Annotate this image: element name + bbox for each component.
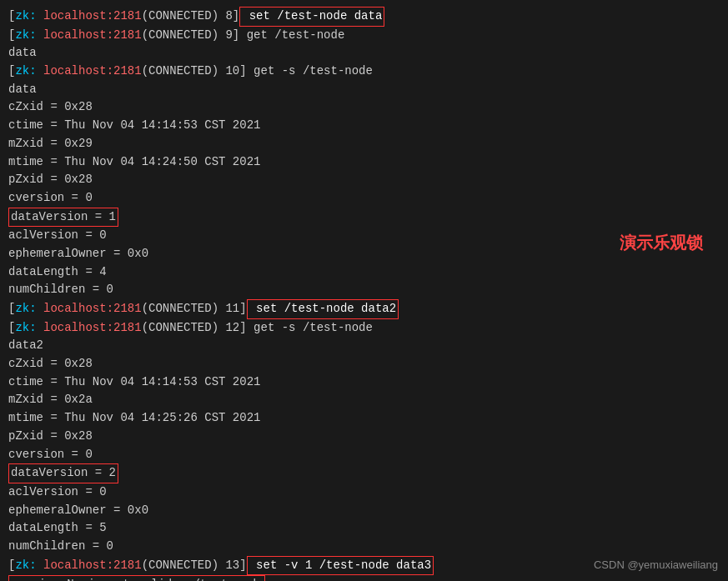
terminal-line: numChildren = 0 — [8, 281, 720, 299]
terminal-line: version No is not valid : /test-node — [8, 575, 720, 581]
terminal-line: cversion = 0 — [8, 189, 720, 208]
terminal-line: cZxid = 0x28 — [8, 98, 720, 117]
terminal-line: ctime = Thu Nov 04 14:14:53 CST 2021 — [8, 373, 720, 392]
prompt-zk: zk: — [15, 8, 43, 26]
terminal-line: aclVersion = 0 — [8, 227, 720, 245]
terminal-line: cversion = 0 — [8, 446, 720, 464]
terminal-line: numChildren = 0 — [8, 538, 720, 556]
command-text: get -s /test-node — [247, 319, 373, 338]
command-text: get -s /test-node — [247, 63, 373, 81]
terminal-line: [zk: localhost:2181(CONNECTED) 8] set /t… — [8, 7, 720, 27]
terminal-line: [zk: localhost:2181(CONNECTED) 10] get -… — [8, 63, 720, 81]
terminal-line: dataLength = 5 — [8, 519, 720, 538]
watermark: CSDN @yemuxiaweiliang — [594, 558, 718, 571]
terminal-line: dataLength = 4 — [8, 263, 720, 282]
terminal-line: aclVersion = 0 — [8, 483, 720, 502]
terminal-line: ephemeralOwner = 0x0 — [8, 502, 720, 520]
terminal-line: pZxid = 0x28 — [8, 171, 720, 189]
data-version-highlight: dataVersion = 2 — [8, 463, 118, 483]
error-highlight: version No is not valid : /test-node — [8, 575, 265, 581]
terminal-line: [zk: localhost:2181(CONNECTED) 12] get -… — [8, 319, 720, 338]
terminal-line: [zk: localhost:2181(CONNECTED) 11] set /… — [8, 299, 720, 319]
terminal-line: dataVersion = 1 — [8, 208, 720, 228]
terminal-line: ephemeralOwner = 0x0 — [8, 245, 720, 263]
terminal-line: mtime = Thu Nov 04 14:25:26 CST 2021 — [8, 409, 720, 428]
terminal-line: ctime = Thu Nov 04 14:14:53 CST 2021 — [8, 117, 720, 135]
terminal-line: dataVersion = 2 — [8, 463, 720, 483]
command-text: get /test-node — [239, 27, 344, 45]
prompt-bracket: [ — [8, 8, 15, 26]
command-highlight: set /test-node data2 — [247, 299, 399, 319]
terminal-line: mZxid = 0x29 — [8, 135, 720, 153]
data-version-highlight: dataVersion = 1 — [8, 208, 118, 228]
annotation-text: 演示乐观锁 — [620, 232, 703, 254]
terminal-line: [zk: localhost:2181(CONNECTED) 9] get /t… — [8, 27, 720, 45]
terminal-line: pZxid = 0x28 — [8, 428, 720, 446]
terminal-line: mtime = Thu Nov 04 14:24:50 CST 2021 — [8, 153, 720, 172]
terminal-line: mZxid = 0x2a — [8, 391, 720, 409]
terminal-line: cZxid = 0x28 — [8, 355, 720, 373]
command-highlight: set /test-node data — [239, 7, 384, 27]
terminal: [zk: localhost:2181(CONNECTED) 8] set /t… — [0, 0, 728, 581]
terminal-line: data2 — [8, 337, 720, 355]
prompt-connected: (CONNECTED) 8] — [142, 8, 240, 26]
terminal-line: data — [8, 44, 720, 63]
terminal-line: data — [8, 81, 720, 99]
prompt-host: localhost:2181 — [43, 8, 142, 26]
command-highlight: set -v 1 /test-node data3 — [247, 556, 434, 576]
